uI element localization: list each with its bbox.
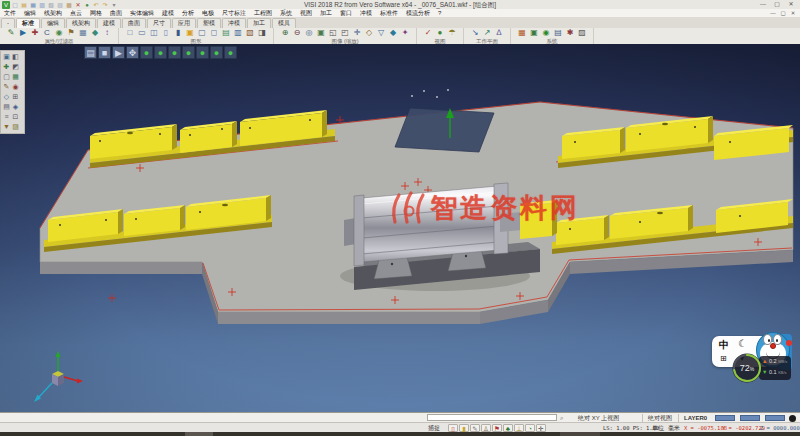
command-input[interactable]	[427, 414, 557, 421]
workplane-align-icon[interactable]: ↗	[482, 28, 492, 38]
menu-item[interactable]: 网格	[86, 9, 106, 17]
view-move-icon[interactable]: ✥	[126, 46, 139, 59]
menu-item[interactable]: 尺寸标注	[218, 9, 250, 17]
3d-scene[interactable]	[0, 44, 800, 412]
check-view-icon[interactable]: ✓	[423, 28, 433, 38]
menu-item[interactable]: 视图	[296, 9, 316, 17]
add-filter-icon[interactable]: ✚	[30, 28, 40, 38]
pencil-icon[interactable]: ✎	[470, 424, 480, 432]
doc-yellow-icon[interactable]: ▮	[459, 424, 469, 432]
workplane-angle-icon[interactable]: ∆	[494, 28, 504, 38]
add-entity-icon[interactable]: ✚	[2, 62, 11, 72]
pan-icon[interactable]: ✛	[352, 28, 362, 38]
view-orient-1-icon[interactable]: ●	[140, 46, 153, 59]
diamond-icon[interactable]: ◇	[2, 92, 11, 102]
menu-item[interactable]: 标准件	[376, 9, 402, 17]
ribbon-tab[interactable]: 曲面	[122, 18, 146, 28]
element-filter-icon[interactable]: ◆	[90, 28, 100, 38]
shade-mode-icon[interactable]: ☂	[447, 28, 457, 38]
perspective-icon[interactable]: ▧	[245, 28, 255, 38]
new-file-icon[interactable]: ▢	[11, 1, 19, 9]
qa-dropdown-icon[interactable]: ▾	[110, 1, 118, 9]
menu-item[interactable]: 曲面	[106, 9, 126, 17]
sketch-icon[interactable]: ✎	[2, 82, 11, 92]
flag-icon[interactable]: ⚑	[492, 424, 502, 432]
view-orient-6-icon[interactable]: ●	[210, 46, 223, 59]
print-icon[interactable]: ▧	[47, 1, 55, 9]
layer-swatch-2[interactable]	[740, 415, 760, 421]
menu-item[interactable]: 冲模	[356, 9, 376, 17]
ime-mode-chinese[interactable]: 中	[719, 340, 729, 350]
usage-ring[interactable]: 72%	[731, 352, 763, 384]
ribbon-tab[interactable]: 尺寸	[147, 18, 171, 28]
mdi-close-button[interactable]: ✕	[788, 9, 798, 17]
maximize-button[interactable]: ▢	[770, 0, 784, 9]
highlight-icon[interactable]: ▣	[185, 28, 195, 38]
corner-box-icon[interactable]: ◩	[11, 62, 20, 72]
menu-item[interactable]: 系统	[276, 9, 296, 17]
list2-icon[interactable]: ≡	[2, 112, 11, 122]
sketch-plane[interactable]	[395, 89, 494, 152]
section-icon[interactable]: ▥	[233, 28, 243, 38]
list-icon[interactable]: ▤	[553, 28, 563, 38]
menu-item[interactable]: ?	[434, 9, 445, 17]
system-monitor-widget[interactable]: ▲ 0.2 MB/s ▼ 0.1 KB/s 72%	[731, 352, 791, 386]
view-solid-icon[interactable]: ■	[98, 46, 111, 59]
color-filter-icon[interactable]: C	[42, 28, 52, 38]
flag-filter-icon[interactable]: ⚑	[66, 28, 76, 38]
menu-item[interactable]: 点云	[66, 9, 86, 17]
texture-icon[interactable]: ▤	[221, 28, 231, 38]
selection-filter-icon[interactable]: ▶	[18, 28, 28, 38]
swap-filter-icon[interactable]: ↕	[102, 28, 112, 38]
color-indicator-dot[interactable]	[789, 415, 796, 422]
palette-icon[interactable]: ▦	[517, 28, 527, 38]
wireframe-icon[interactable]: □	[125, 28, 135, 38]
grid-icon[interactable]: ▨	[577, 28, 587, 38]
delete-icon[interactable]: ✕	[74, 1, 82, 9]
view-orient-7-icon[interactable]: ●	[224, 46, 237, 59]
menu-item[interactable]: 文件	[0, 9, 20, 17]
ribbon-tab[interactable]: 模具	[272, 18, 296, 28]
menu-item[interactable]: 实体编辑	[126, 9, 158, 17]
zoom-in-icon[interactable]: ⊕	[280, 28, 290, 38]
down-icon[interactable]: ▼	[2, 122, 11, 132]
model-icon[interactable]: ●	[83, 1, 91, 9]
open-file-icon[interactable]: ▤	[20, 1, 28, 9]
night-mode-icon[interactable]: ☾	[738, 339, 747, 349]
hatch-icon[interactable]: ▨	[11, 122, 20, 132]
menu-item[interactable]: 分析	[178, 9, 198, 17]
zoom-window-icon[interactable]: ◎	[304, 28, 314, 38]
iso-view-icon[interactable]: ◆	[388, 28, 398, 38]
mdi-restore-button[interactable]: ▢	[778, 9, 788, 17]
ribbon-tab[interactable]: 冲模	[222, 18, 246, 28]
solid-icon[interactable]: ▮	[173, 28, 183, 38]
menu-item[interactable]: 电极	[198, 9, 218, 17]
ruler-icon[interactable]: ⊥	[514, 424, 524, 432]
menu-item[interactable]: 工程图	[250, 9, 276, 17]
star-icon[interactable]: ✱	[565, 28, 575, 38]
shaded-icon[interactable]: ▭	[137, 28, 147, 38]
split-view-icon[interactable]: ◨	[257, 28, 267, 38]
menu-item[interactable]: 加工	[316, 9, 336, 17]
render-view-icon[interactable]: ●	[435, 28, 445, 38]
mesh-icon[interactable]: ▦	[11, 72, 20, 82]
edit-attributes-icon[interactable]: ✎	[6, 28, 16, 38]
view-play-icon[interactable]: ▶	[112, 46, 125, 59]
view-orient-3-icon[interactable]: ●	[168, 46, 181, 59]
ribbon-tab[interactable]: 加工	[247, 18, 271, 28]
outline-icon[interactable]: ◻	[209, 28, 219, 38]
zoom-fit-icon[interactable]: ▣	[316, 28, 326, 38]
view-list-icon[interactable]: ▤	[84, 46, 97, 59]
box-view-icon[interactable]: ▢	[197, 28, 207, 38]
layer-swatch-1[interactable]	[715, 415, 735, 421]
ribbon-tab[interactable]: 编辑	[41, 18, 65, 28]
select-icon[interactable]: ▣	[2, 52, 11, 62]
grid-filter-icon[interactable]: ▦	[78, 28, 88, 38]
ribbon-tab[interactable]: -	[1, 18, 15, 28]
layer-swatch-3[interactable]	[765, 415, 785, 421]
gem-icon[interactable]: ◈	[11, 102, 20, 112]
zoom-previous-icon[interactable]: ◱	[328, 28, 338, 38]
save-all-icon[interactable]: ▥	[38, 1, 46, 9]
ribbon-tab[interactable]: 线架构	[66, 18, 96, 28]
layer-filter-icon[interactable]: ◉	[54, 28, 64, 38]
